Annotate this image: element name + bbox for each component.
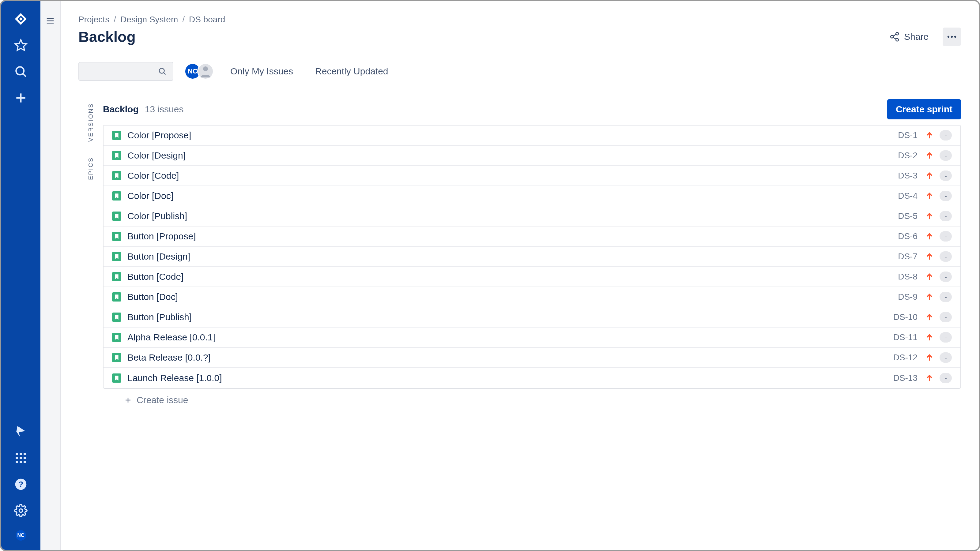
tab-versions[interactable]: VERSIONS bbox=[87, 103, 94, 142]
svg-rect-7 bbox=[24, 453, 26, 455]
project-sidebar-collapsed bbox=[40, 1, 60, 550]
story-icon bbox=[112, 211, 121, 221]
issue-title: Color [Code] bbox=[127, 170, 892, 181]
story-icon bbox=[112, 313, 121, 322]
priority-medium-icon bbox=[926, 192, 934, 200]
assignee-unassigned[interactable]: - bbox=[940, 191, 952, 201]
issue-row[interactable]: Color [Propose] DS-1 - bbox=[103, 125, 960, 146]
breadcrumb-project[interactable]: Design System bbox=[120, 15, 178, 24]
filter-only-my-issues[interactable]: Only My Issues bbox=[225, 63, 299, 79]
svg-point-16 bbox=[19, 509, 23, 513]
more-actions-button[interactable] bbox=[943, 27, 961, 46]
assignee-unassigned[interactable]: - bbox=[940, 292, 952, 302]
svg-point-27 bbox=[954, 36, 956, 38]
issue-key: DS-9 bbox=[898, 292, 918, 302]
page-title: Backlog bbox=[78, 29, 884, 45]
priority-medium-icon bbox=[926, 212, 934, 220]
app-switcher-icon[interactable] bbox=[14, 451, 27, 465]
search-input[interactable] bbox=[78, 62, 173, 81]
priority-medium-icon bbox=[926, 232, 934, 240]
assignee-unassigned[interactable]: - bbox=[940, 312, 952, 322]
priority-medium-icon bbox=[926, 374, 934, 382]
expand-sidebar-button[interactable] bbox=[44, 15, 56, 27]
issue-title: Button [Code] bbox=[127, 272, 892, 282]
tab-epics[interactable]: EPICS bbox=[87, 157, 94, 180]
issue-row[interactable]: Button [Propose] DS-6 - bbox=[103, 227, 960, 247]
avatar-unassigned[interactable] bbox=[197, 63, 214, 79]
issue-key: DS-12 bbox=[893, 353, 918, 362]
assignee-unassigned[interactable]: - bbox=[940, 353, 952, 363]
svg-point-26 bbox=[951, 36, 953, 38]
filter-row: NC Only My Issues Recently Updated bbox=[78, 62, 961, 81]
story-icon bbox=[112, 171, 121, 180]
assignee-unassigned[interactable]: - bbox=[940, 130, 952, 140]
issue-row[interactable]: Beta Release [0.0.?] DS-12 - bbox=[103, 348, 960, 368]
issue-title: Color [Doc] bbox=[127, 191, 892, 201]
issue-row[interactable]: Color [Design] DS-2 - bbox=[103, 146, 960, 166]
breadcrumb-projects[interactable]: Projects bbox=[78, 15, 109, 24]
issue-title: Launch Release [1.0.0] bbox=[127, 373, 887, 383]
priority-medium-icon bbox=[926, 293, 934, 301]
assignee-unassigned[interactable]: - bbox=[940, 272, 952, 282]
create-sprint-button[interactable]: Create sprint bbox=[887, 99, 961, 119]
issue-key: DS-4 bbox=[898, 191, 918, 201]
filter-recently-updated[interactable]: Recently Updated bbox=[310, 63, 393, 79]
issue-row[interactable]: Button [Code] DS-8 - bbox=[103, 267, 960, 287]
priority-medium-icon bbox=[926, 273, 934, 281]
story-icon bbox=[112, 333, 121, 342]
issue-row[interactable]: Color [Code] DS-3 - bbox=[103, 166, 960, 186]
create-icon[interactable] bbox=[14, 91, 27, 105]
svg-point-28 bbox=[159, 68, 164, 73]
story-icon bbox=[112, 252, 121, 261]
issue-row[interactable]: Button [Doc] DS-9 - bbox=[103, 287, 960, 307]
svg-rect-9 bbox=[20, 457, 22, 459]
share-label: Share bbox=[904, 32, 929, 42]
assignee-unassigned[interactable]: - bbox=[940, 211, 952, 221]
search-icon bbox=[158, 67, 167, 76]
issue-row[interactable]: Button [Publish] DS-10 - bbox=[103, 307, 960, 327]
svg-rect-8 bbox=[16, 457, 18, 459]
assignee-unassigned[interactable]: - bbox=[940, 150, 952, 161]
issue-title: Button [Publish] bbox=[127, 312, 887, 322]
issue-title: Alpha Release [0.0.1] bbox=[127, 332, 887, 343]
svg-point-21 bbox=[891, 35, 893, 38]
assignee-unassigned[interactable]: - bbox=[940, 231, 952, 241]
issue-title: Beta Release [0.0.?] bbox=[127, 353, 887, 363]
story-icon bbox=[112, 151, 121, 160]
issue-row[interactable]: Color [Doc] DS-4 - bbox=[103, 186, 960, 206]
backlog-issue-count: 13 issues bbox=[145, 104, 881, 114]
search-icon[interactable] bbox=[14, 65, 27, 78]
assignee-unassigned[interactable]: - bbox=[940, 332, 952, 343]
svg-point-30 bbox=[203, 67, 208, 71]
assignee-unassigned[interactable]: - bbox=[940, 373, 952, 383]
assignee-unassigned[interactable]: - bbox=[940, 251, 952, 262]
issue-row[interactable]: Alpha Release [0.0.1] DS-11 - bbox=[103, 327, 960, 348]
issue-row[interactable]: Color [Publish] DS-5 - bbox=[103, 206, 960, 227]
jira-logo-icon[interactable] bbox=[14, 12, 27, 26]
story-icon bbox=[112, 191, 121, 200]
share-button[interactable]: Share bbox=[884, 29, 934, 45]
notification-icon[interactable] bbox=[14, 425, 27, 438]
svg-point-22 bbox=[896, 38, 899, 41]
svg-rect-5 bbox=[16, 453, 18, 455]
story-icon bbox=[112, 232, 121, 241]
assignee-unassigned[interactable]: - bbox=[940, 170, 952, 181]
star-icon[interactable] bbox=[14, 38, 27, 52]
global-nav: ? NC bbox=[1, 1, 40, 550]
breadcrumb-separator: / bbox=[114, 15, 116, 24]
help-icon[interactable]: ? bbox=[14, 478, 27, 491]
svg-point-1 bbox=[16, 67, 24, 75]
issue-row[interactable]: Launch Release [1.0.0] DS-13 - bbox=[103, 368, 960, 388]
breadcrumb-board[interactable]: DS board bbox=[189, 15, 225, 24]
issue-key: DS-10 bbox=[893, 312, 918, 322]
user-avatar[interactable]: NC bbox=[16, 530, 26, 541]
settings-icon[interactable] bbox=[14, 504, 27, 517]
svg-rect-10 bbox=[24, 457, 26, 459]
issue-row[interactable]: Button [Design] DS-7 - bbox=[103, 247, 960, 267]
issue-key: DS-13 bbox=[893, 373, 918, 383]
create-issue-button[interactable]: Create issue bbox=[103, 389, 961, 411]
svg-point-20 bbox=[896, 32, 899, 35]
issue-title: Button [Propose] bbox=[127, 231, 892, 241]
side-panel-tabs: VERSIONS EPICS bbox=[78, 99, 103, 411]
svg-line-2 bbox=[23, 74, 26, 77]
